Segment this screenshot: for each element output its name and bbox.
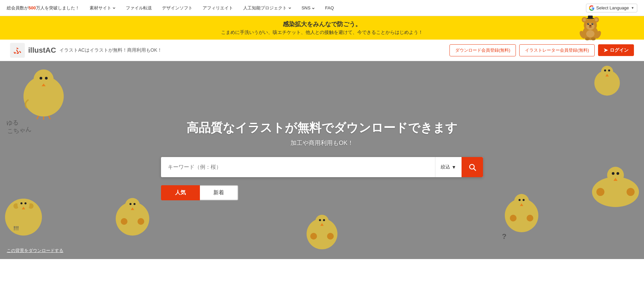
search-bar: 絞込 ▼ — [161, 157, 483, 177]
svg-point-34 — [20, 202, 22, 204]
chick-bottom-right — [500, 192, 543, 236]
search-button[interactable] — [462, 157, 483, 177]
lang-label: Select Language — [596, 5, 629, 10]
nav-file-transfer[interactable]: ファイル転送 — [126, 5, 152, 11]
hero-title: 高品質なイラストが無料でダウンロードできます — [161, 120, 483, 136]
filter-label: 絞込 — [441, 164, 450, 170]
svg-point-35 — [24, 202, 26, 204]
decoration-question: ? — [502, 232, 506, 241]
top-navigation: 総会員数が500万人を突破しました！ 素材サイト ファイル転送 デザインソフト … — [0, 0, 644, 16]
svg-line-70 — [474, 169, 476, 171]
handwritten-text: ゆる こちゃん — [6, 117, 32, 135]
illustrator-register-button[interactable]: イラストレーター会員登録(無料) — [519, 44, 595, 56]
svg-point-51 — [612, 172, 614, 175]
nav-sns[interactable]: SNS — [302, 5, 315, 10]
brand-name: illustAC — [28, 46, 56, 55]
svg-point-39 — [129, 203, 131, 205]
svg-point-47 — [608, 69, 610, 71]
download-register-button[interactable]: ダウンロード会員登録(無料) — [449, 44, 516, 56]
svg-point-53 — [596, 188, 604, 196]
tab-new-button[interactable]: 新着 — [200, 185, 238, 200]
svg-point-59 — [523, 199, 525, 201]
chick-top-left — [17, 66, 70, 120]
svg-point-41 — [121, 218, 127, 225]
svg-rect-13 — [588, 16, 593, 19]
bear-mascot-icon — [577, 14, 604, 41]
brand-tagline: イラストACはイラストが無料！商用利用もOK！ — [59, 47, 162, 53]
svg-point-5 — [595, 18, 598, 21]
decoration-exclamation: !!! — [13, 225, 19, 232]
svg-point-63 — [315, 215, 329, 228]
banner-sub-text: こまめに手洗いうがい、咳エチケット、他人との接触を避けて、今できることからはじめ… — [7, 30, 637, 36]
search-filter-button[interactable]: 絞込 ▼ — [435, 157, 462, 177]
nav-faq[interactable]: FAQ — [325, 5, 334, 10]
svg-point-16 — [586, 30, 595, 37]
svg-point-49 — [607, 167, 624, 184]
banner-main-text: 感染拡大をみんなで防ごう。 — [7, 20, 637, 28]
hero-content: 高品質なイラストが無料でダウンロードできます 加工や商用利用もOK！ 絞込 ▼ … — [161, 120, 483, 200]
announcement-banner: 感染拡大をみんなで防ごう。 こまめに手洗いうがい、咳エチケット、他人との接触を避… — [0, 16, 644, 40]
member-count-notice: 総会員数が500万人を突破しました！ — [7, 5, 79, 11]
svg-text:ふ: ふ — [13, 46, 21, 55]
svg-point-22 — [34, 69, 54, 90]
search-icon — [468, 163, 476, 171]
svg-point-42 — [138, 218, 144, 225]
chick-top-right — [590, 64, 624, 98]
tab-buttons: 人気 新着 — [161, 185, 483, 200]
chick-center-bottom — [302, 212, 342, 252]
google-icon — [589, 5, 594, 11]
brand-logo[interactable]: ふ illustAC — [10, 43, 56, 58]
hero-subtitle: 加工や商用利用もOK！ — [161, 139, 483, 147]
tab-popular-button[interactable]: 人気 — [161, 185, 200, 200]
svg-point-9 — [588, 23, 589, 24]
svg-point-7 — [587, 23, 589, 25]
illustac-logo-icon: ふ — [10, 43, 25, 58]
chick-mid-left — [111, 195, 154, 239]
svg-point-18 — [591, 37, 596, 40]
login-arrow-icon: ➤ — [603, 47, 608, 53]
svg-point-60 — [510, 215, 517, 221]
chevron-down-icon: ▼ — [631, 6, 634, 10]
svg-point-4 — [583, 18, 586, 21]
chick-bottom-left-1 — [0, 192, 47, 239]
svg-line-26 — [37, 116, 39, 119]
nav-ai-project[interactable]: 人工知能プロジェクト — [243, 5, 291, 11]
svg-point-61 — [527, 215, 533, 221]
svg-point-68 — [327, 233, 334, 240]
search-input[interactable] — [161, 157, 435, 177]
svg-point-17 — [585, 37, 590, 40]
svg-line-28 — [49, 116, 50, 119]
svg-point-10 — [592, 23, 593, 24]
svg-point-37 — [125, 198, 140, 213]
login-button[interactable]: ➤ ログイン — [598, 44, 634, 56]
download-background-link[interactable]: この背景をダウンロードする — [7, 248, 63, 254]
chick-right-side — [587, 165, 644, 209]
svg-point-67 — [310, 233, 317, 240]
brand-header: ふ illustAC イラストACはイラストが無料！商用利用もOK！ ダウンロー… — [0, 40, 644, 61]
svg-point-40 — [133, 203, 136, 205]
nav-affiliate[interactable]: アフィリエイト — [203, 5, 233, 11]
svg-point-66 — [323, 219, 325, 221]
svg-point-46 — [604, 69, 606, 71]
hero-section: ゆる こちゃん !!! ? 高品質なイラストが無料でダウンロードできます 加工や… — [0, 61, 644, 259]
svg-point-25 — [45, 77, 48, 80]
svg-point-8 — [592, 23, 593, 25]
svg-point-56 — [514, 194, 529, 209]
nav-design-soft[interactable]: デザインソフト — [162, 5, 193, 11]
nav-material-site[interactable]: 素材サイト — [90, 5, 116, 11]
svg-point-11 — [589, 25, 591, 27]
filter-arrow-icon: ▼ — [451, 164, 456, 170]
svg-point-65 — [319, 219, 321, 221]
svg-point-54 — [627, 188, 635, 196]
svg-point-58 — [519, 199, 521, 201]
svg-point-24 — [40, 77, 42, 80]
svg-point-52 — [616, 172, 619, 175]
language-selector[interactable]: Select Language ▼ — [586, 4, 638, 12]
